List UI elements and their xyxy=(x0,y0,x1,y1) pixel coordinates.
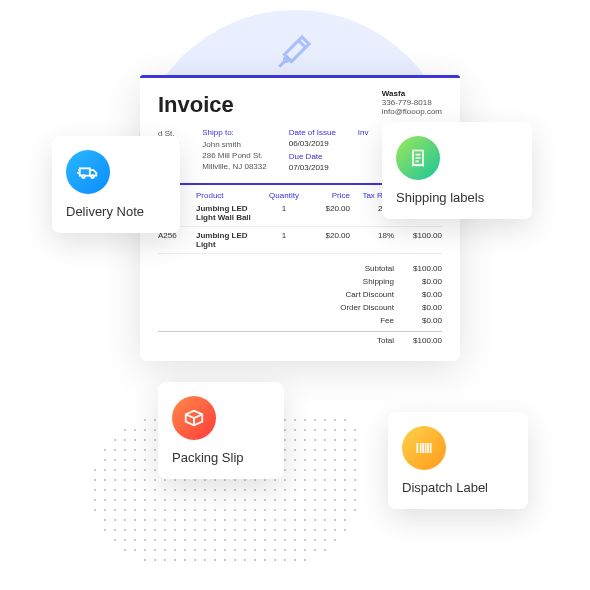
svg-point-2 xyxy=(82,175,85,178)
receipt-icon xyxy=(396,136,440,180)
svg-point-0 xyxy=(285,58,289,62)
invoice-number: Inv xyxy=(358,128,369,173)
tile-shipping-labels[interactable]: Shipping labels xyxy=(382,122,532,219)
tools-icon xyxy=(274,30,316,76)
date-of-issue: Date of Issue 06/03/2019 Due Date 07/03/… xyxy=(289,128,336,173)
tile-label: Delivery Note xyxy=(66,204,166,219)
table-row: A256 Jumbing LED Light 1 $20.00 18% $100… xyxy=(158,227,442,254)
truck-icon xyxy=(66,150,110,194)
svg-point-3 xyxy=(91,175,94,178)
barcode-icon xyxy=(402,426,446,470)
box-icon xyxy=(172,396,216,440)
tile-dispatch-label[interactable]: Dispatch Label xyxy=(388,412,528,509)
tile-label: Shipping labels xyxy=(396,190,518,205)
svg-rect-1 xyxy=(80,168,90,175)
tile-label: Dispatch Label xyxy=(402,480,514,495)
tile-label: Packing Slip xyxy=(172,450,270,465)
totals-block: Subtotal$100.00 Shipping$0.00 Cart Disco… xyxy=(158,262,442,347)
ship-to: Shipp to: John smith 286 Mill Pond St. M… xyxy=(202,128,266,173)
tile-delivery-note[interactable]: Delivery Note xyxy=(52,136,180,233)
tile-packing-slip[interactable]: Packing Slip xyxy=(158,382,284,479)
company-block: Wasfa 336-779-8018 info@flooop.com xyxy=(382,89,442,116)
